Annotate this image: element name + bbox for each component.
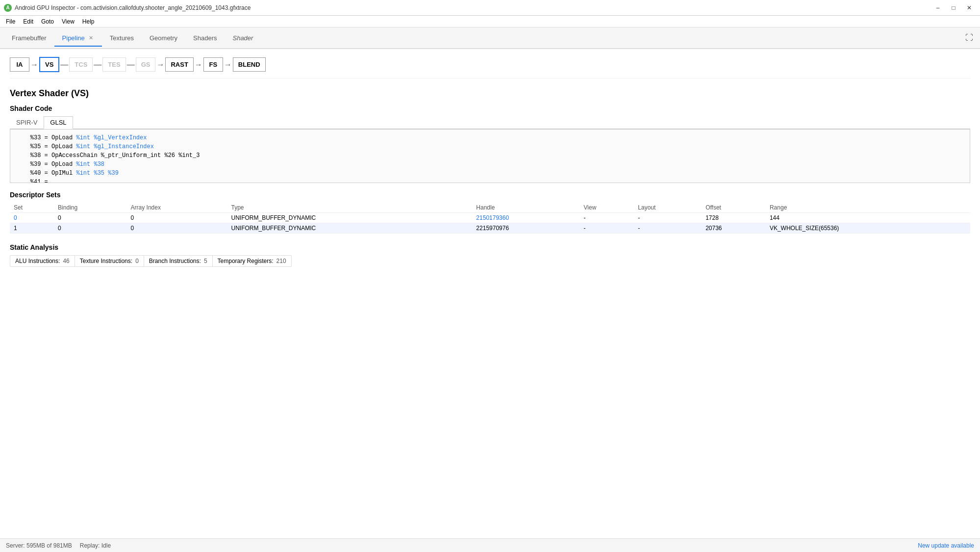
row0-binding: 0 (54, 213, 126, 223)
status-bar: Server: 595MB of 981MB Replay: Idle New … (0, 538, 980, 552)
tab-geometry-label: Geometry (150, 34, 177, 42)
row1-view: - (580, 223, 634, 234)
table-body: 0 0 0 UNIFORM_BUFFER_DYNAMIC 2150179360 … (10, 213, 970, 234)
col-layout: Layout (634, 203, 702, 213)
static-branch-value: 5 (204, 258, 207, 264)
shader-tabs: SPIR-V GLSL (10, 116, 970, 129)
code-area[interactable]: %33 = OpLoad %int %gl_VertexIndex %35 = … (10, 129, 970, 183)
pipeline-node-blend[interactable]: BLEND (233, 57, 266, 72)
shader-tab-spirv[interactable]: SPIR-V (10, 116, 44, 129)
row0-set: 0 (10, 213, 54, 223)
close-button[interactable]: ✕ (962, 3, 976, 13)
static-analysis-box: ALU Instructions: 46 Texture Instruction… (10, 255, 292, 267)
tab-shaders[interactable]: Shaders (185, 30, 225, 47)
window-controls: – □ ✕ (931, 3, 976, 13)
shader-code-title: Shader Code (10, 105, 970, 112)
tab-framebuffer[interactable]: Framebuffer (4, 30, 54, 47)
code-line-6: %41 = ... (16, 178, 964, 183)
table-header: Set Binding Array Index Type Handle View… (10, 203, 970, 213)
pipeline-node-gs[interactable]: GS (136, 57, 156, 72)
pipeline-node-tes[interactable]: TES (102, 57, 126, 72)
static-branch-label: Branch Instructions: (149, 258, 201, 264)
descriptor-sets-title: Descriptor Sets (10, 191, 970, 199)
static-texture-value: 0 (135, 258, 139, 264)
menu-file[interactable]: File (2, 17, 19, 26)
minimize-button[interactable]: – (931, 3, 945, 13)
pipeline-box-tcs[interactable]: TCS (69, 57, 93, 72)
pipeline-arrow-4: — (126, 60, 136, 69)
status-server: Server: 595MB of 981MB (6, 542, 72, 549)
row0-layout: - (634, 213, 702, 223)
row1-type: UNIFORM_BUFFER_DYNAMIC (227, 223, 472, 234)
col-range: Range (766, 203, 970, 213)
tab-shaders-label: Shaders (193, 34, 217, 42)
pipeline-node-tcs[interactable]: TCS (69, 57, 93, 72)
maximize-button[interactable]: □ (947, 3, 960, 13)
menu-bar: File Edit Goto View Help (0, 16, 980, 27)
main-content: IA → VS — TCS — TES — GS → RAST → FS → B… (0, 49, 980, 538)
window-title: Android GPU Inspector - com.activision.c… (15, 4, 251, 11)
row1-handle: 2215970976 (472, 223, 579, 234)
row0-array-index: 0 (127, 213, 227, 223)
row1-array-index: 0 (127, 223, 227, 234)
static-alu-value: 46 (63, 258, 69, 264)
tab-pipeline-close[interactable]: ✕ (88, 35, 94, 41)
row0-type: UNIFORM_BUFFER_DYNAMIC (227, 213, 472, 223)
shader-tab-glsl[interactable]: GLSL (44, 116, 73, 129)
tab-textures[interactable]: Textures (102, 30, 142, 47)
col-type: Type (227, 203, 472, 213)
pipeline-box-fs[interactable]: FS (203, 57, 223, 72)
pipeline-node-rast[interactable]: RAST (165, 57, 193, 72)
static-temp-regs-value: 210 (276, 258, 286, 264)
static-alu: ALU Instructions: 46 (10, 256, 75, 266)
pipeline-box-blend[interactable]: BLEND (233, 57, 266, 72)
col-array-index: Array Index (127, 203, 227, 213)
row0-range: 144 (766, 213, 970, 223)
pipeline-box-vs[interactable]: VS (39, 57, 59, 72)
pipeline-node-ia[interactable]: IA (10, 57, 29, 72)
table-row: 1 0 0 UNIFORM_BUFFER_DYNAMIC 2215970976 … (10, 223, 970, 234)
pipeline-arrow-5: → (155, 60, 165, 69)
code-line-2: %35 = OpLoad %int %gl_InstanceIndex (16, 142, 964, 151)
menu-help[interactable]: Help (78, 17, 99, 26)
pipeline-box-tes[interactable]: TES (102, 57, 126, 72)
static-texture: Texture Instructions: 0 (75, 256, 144, 266)
row1-set: 1 (10, 223, 54, 234)
pipeline-box-ia[interactable]: IA (10, 57, 29, 72)
code-line-1: %33 = OpLoad %int %gl_VertexIndex (16, 133, 964, 142)
status-right: New update available (918, 542, 974, 549)
pipeline-box-gs[interactable]: GS (136, 57, 156, 72)
tab-textures-label: Textures (110, 34, 134, 42)
menu-view[interactable]: View (58, 17, 78, 26)
row1-range: VK_WHOLE_SIZE(65536) (766, 223, 970, 234)
update-link[interactable]: New update available (918, 542, 974, 549)
tab-geometry[interactable]: Geometry (142, 30, 185, 47)
static-temp-regs: Temporary Registers: 210 (213, 256, 291, 266)
row1-offset: 20736 (702, 223, 766, 234)
tab-shader[interactable]: Shader (225, 30, 261, 47)
code-line-5: %40 = OpIMul %int %35 %39 (16, 169, 964, 178)
descriptor-sets-table: Set Binding Array Index Type Handle View… (10, 203, 970, 234)
static-texture-label: Texture Instructions: (80, 258, 132, 264)
status-replay: Replay: Idle (80, 542, 111, 549)
row0-handle-link[interactable]: 2150179360 (476, 214, 509, 221)
pipeline-box-rast[interactable]: RAST (165, 57, 193, 72)
title-bar-left: A Android GPU Inspector - com.activision… (4, 4, 251, 12)
menu-edit[interactable]: Edit (19, 17, 37, 26)
menu-goto[interactable]: Goto (37, 17, 58, 26)
tabs-expand-button[interactable]: ⛶ (962, 31, 976, 45)
row0-set-link[interactable]: 0 (14, 214, 17, 221)
static-branch: Branch Instructions: 5 (144, 256, 213, 266)
col-view: View (580, 203, 634, 213)
static-temp-regs-label: Temporary Registers: (218, 258, 274, 264)
code-line-4: %39 = OpLoad %int %38 (16, 160, 964, 169)
tab-shader-label: Shader (232, 34, 253, 42)
static-alu-label: ALU Instructions: (15, 258, 60, 264)
pipeline-node-fs[interactable]: FS (203, 57, 223, 72)
col-offset: Offset (702, 203, 766, 213)
status-left: Server: 595MB of 981MB Replay: Idle (6, 542, 111, 549)
tab-pipeline[interactable]: Pipeline ✕ (54, 30, 102, 47)
app-icon: A (4, 4, 12, 12)
pipeline-node-vs[interactable]: VS (39, 57, 59, 72)
row1-layout: - (634, 223, 702, 234)
